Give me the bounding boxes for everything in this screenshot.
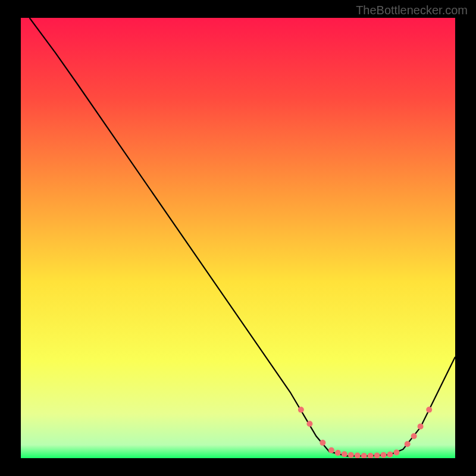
watermark-text: TheBottlenecker.com [356,4,468,17]
data-marker [418,424,424,430]
data-marker [387,452,393,458]
data-marker [405,441,411,447]
data-marker [426,407,432,413]
gradient-background [21,18,455,458]
data-marker [381,452,387,458]
data-marker [306,421,312,427]
data-marker [348,452,354,458]
chart-container: TheBottlenecker.com [0,0,476,476]
data-marker [411,433,417,439]
plot-area [21,18,455,458]
data-marker [298,407,304,413]
chart-svg [21,18,455,458]
data-marker [393,449,399,455]
data-marker [328,447,334,453]
data-marker [342,451,347,457]
data-marker [320,440,325,446]
data-marker [335,450,341,456]
